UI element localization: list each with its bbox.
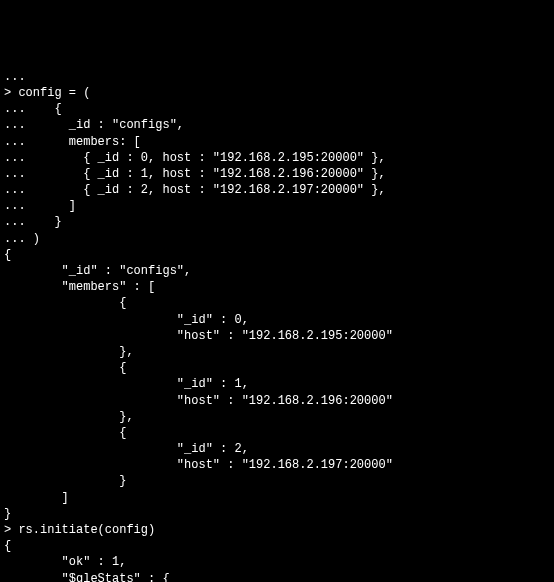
terminal-line: ... { _id : 0, host : "192.168.2.195:200… [4,150,550,166]
terminal-line: ... { [4,101,550,117]
terminal-line: { [4,247,550,263]
terminal-line: "host" : "192.168.2.195:20000" [4,328,550,344]
terminal-line: "ok" : 1, [4,554,550,570]
terminal-line: { [4,360,550,376]
terminal-line: "$gleStats" : { [4,571,550,582]
terminal-line: ] [4,490,550,506]
terminal-line: "_id" : 2, [4,441,550,457]
terminal-line: }, [4,409,550,425]
terminal-line: ... [4,69,550,85]
terminal-line: ... members: [ [4,134,550,150]
terminal-line: ... { _id : 1, host : "192.168.2.196:200… [4,166,550,182]
terminal-line: { [4,538,550,554]
terminal-line: { [4,295,550,311]
terminal-line: }, [4,344,550,360]
terminal-line: ... ) [4,231,550,247]
terminal-line: "_id" : "configs", [4,263,550,279]
terminal-line: "host" : "192.168.2.197:20000" [4,457,550,473]
terminal-line: > rs.initiate(config) [4,522,550,538]
terminal-line: "_id" : 0, [4,312,550,328]
terminal-line: } [4,506,550,522]
terminal-line: "_id" : 1, [4,376,550,392]
terminal-line: ... _id : "configs", [4,117,550,133]
terminal-line: } [4,473,550,489]
terminal-line: ... } [4,214,550,230]
terminal-line: ... { _id : 2, host : "192.168.2.197:200… [4,182,550,198]
terminal-line: "host" : "192.168.2.196:20000" [4,393,550,409]
terminal-line: { [4,425,550,441]
terminal-line: "members" : [ [4,279,550,295]
terminal-line: > config = ( [4,85,550,101]
terminal-line: ... ] [4,198,550,214]
terminal-output: ...> config = (... {... _id : "configs",… [4,69,550,582]
